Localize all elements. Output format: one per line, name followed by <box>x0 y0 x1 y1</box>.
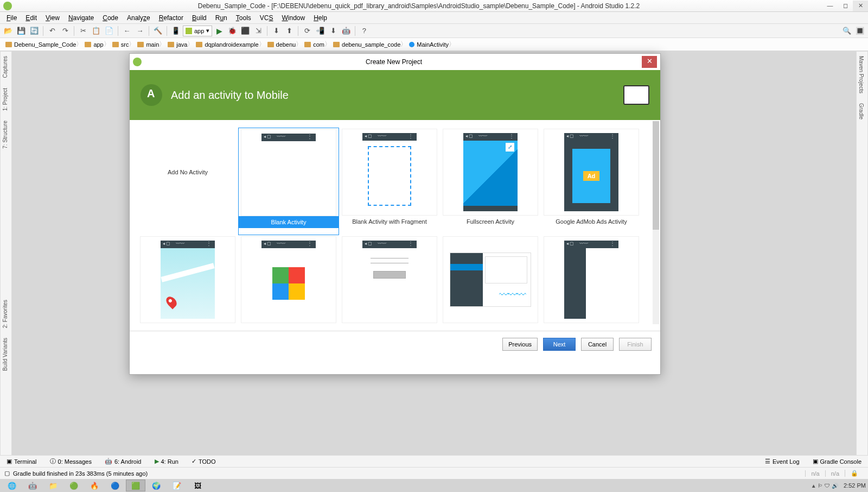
ide-settings-icon[interactable]: 🔳 <box>854 25 866 37</box>
taskbar-pictures-icon[interactable]: 🖼 <box>188 480 207 491</box>
avd-icon[interactable]: 📱 <box>170 25 182 37</box>
menu-code[interactable]: Code <box>98 13 123 23</box>
search-icon[interactable]: 🔍 <box>841 25 853 37</box>
run-icon[interactable]: ▶ <box>213 25 225 37</box>
tab-project[interactable]: 1: Project <box>1 84 10 115</box>
dialog-title: Create New Project <box>146 58 642 66</box>
taskbar-clock[interactable]: 2:52 PM <box>844 482 866 489</box>
copy-icon[interactable]: 📋 <box>90 25 102 37</box>
menu-navigate[interactable]: Navigate <box>64 13 98 23</box>
menu-help[interactable]: Help <box>309 13 331 23</box>
redo-icon[interactable]: ↷ <box>59 25 71 37</box>
menu-view[interactable]: View <box>41 13 64 23</box>
activity-card-maps[interactable]: ⋮ <box>137 235 238 331</box>
activity-card-master-detail[interactable]: 〰〰〰 <box>440 235 541 331</box>
status-icon[interactable]: ▢ <box>4 470 10 477</box>
undo-icon[interactable]: ↶ <box>46 25 58 37</box>
crumb-pkg1[interactable]: dqplandroidexample <box>193 39 264 50</box>
tab-structure[interactable]: 7: Structure <box>1 116 10 153</box>
debug-icon[interactable]: 🐞 <box>226 25 238 37</box>
taskbar-explorer-icon[interactable]: 📁 <box>43 480 63 491</box>
taskbar-app-icon[interactable]: 🔵 <box>105 480 125 491</box>
crumb-java[interactable]: java <box>164 39 193 50</box>
run-config-dropdown[interactable]: app ▾ <box>183 26 212 36</box>
crumb-main[interactable]: main <box>134 39 164 50</box>
crumb-pkg4[interactable]: debenu_sample_code <box>330 39 406 50</box>
activity-card-nav-drawer[interactable]: ⋮ <box>541 235 642 331</box>
sync-gradle-icon[interactable]: ⟳ <box>301 25 313 37</box>
taskbar-flame-icon[interactable]: 🔥 <box>85 480 104 491</box>
activity-label: Blank Activity <box>239 216 339 228</box>
crumb-src[interactable]: src <box>109 39 135 50</box>
phone-preview: ⋮ <box>261 134 316 212</box>
paste-icon[interactable]: 📄 <box>103 25 115 37</box>
ddms-icon[interactable]: 🤖 <box>340 25 352 37</box>
activity-card-blank[interactable]: ⋮ Blank Activity <box>238 128 339 235</box>
bottom-tool-tabs: ▣ Terminal ⓘ 0: Messages 🤖 6: Android ▶ … <box>0 455 868 467</box>
tab-android[interactable]: 🤖 6: Android <box>101 458 145 465</box>
vcs-icon[interactable]: ⬇ <box>270 25 282 37</box>
next-button[interactable]: Next <box>543 338 576 351</box>
tab-captures[interactable]: Captures <box>1 52 10 83</box>
forward-icon[interactable]: → <box>134 25 146 37</box>
tab-todo[interactable]: ✓ TODO <box>188 458 219 465</box>
crumb-pkg2[interactable]: debenu <box>264 39 302 50</box>
maximize-button[interactable]: ◻ <box>838 1 853 11</box>
tab-run[interactable]: ▶ 4: Run <box>151 458 182 465</box>
taskbar-android-icon[interactable]: 🤖 <box>23 480 42 491</box>
tab-event-log[interactable]: ☰ Event Log <box>762 458 803 465</box>
crumb-pkg3[interactable]: com <box>301 39 330 50</box>
sync-icon[interactable]: 🔄 <box>28 25 40 37</box>
vcs-up-icon[interactable]: ⬆ <box>283 25 295 37</box>
taskbar-chrome-icon[interactable]: 🟢 <box>64 480 84 491</box>
activity-card-fragment[interactable]: ⋮ Blank Activity with Fragment <box>339 128 440 235</box>
minimize-button[interactable]: — <box>822 1 838 11</box>
cut-icon[interactable]: ✂ <box>77 25 89 37</box>
menu-vcs[interactable]: VCS <box>256 13 278 23</box>
taskbar-ie-icon[interactable]: 🌐 <box>2 480 22 491</box>
crumb-project[interactable]: Debenu_Sample_Code <box>2 39 81 50</box>
menu-build[interactable]: Build <box>188 13 211 23</box>
sdk-manager-icon[interactable]: ⬇ <box>327 25 339 37</box>
menu-window[interactable]: Window <box>277 13 309 23</box>
make-icon[interactable]: 🔨 <box>152 25 164 37</box>
avd-manager-icon[interactable]: 📲 <box>314 25 326 37</box>
taskbar-notes-icon[interactable]: 📝 <box>167 480 187 491</box>
activity-card-play-services[interactable]: ⋮ <box>238 235 339 331</box>
open-icon[interactable]: 📂 <box>2 25 14 37</box>
previous-button[interactable]: Previous <box>502 338 538 351</box>
menu-analyze[interactable]: Analyze <box>123 13 155 23</box>
help-icon[interactable]: ? <box>358 25 370 37</box>
tab-maven[interactable]: Maven Projects <box>857 52 866 98</box>
menu-file[interactable]: File <box>2 13 21 23</box>
crumb-app[interactable]: app <box>81 39 108 50</box>
close-window-button[interactable]: ✕ <box>853 1 868 11</box>
activity-card-login[interactable]: ⋮ <box>339 235 440 331</box>
menu-refactor[interactable]: Refactor <box>155 13 188 23</box>
taskbar-globe-icon[interactable]: 🌍 <box>146 480 166 491</box>
tab-terminal[interactable]: ▣ Terminal <box>3 458 40 465</box>
menu-tools[interactable]: Tools <box>232 13 256 23</box>
dialog-close-button[interactable]: ✕ <box>642 56 657 68</box>
system-tray[interactable]: ▲ 🏳 🛡 🔊 <box>811 483 838 489</box>
activity-card-fullscreen[interactable]: ⋮⤢ Fullscreen Activity <box>440 128 541 235</box>
activity-card-none[interactable]: Add No Activity <box>137 128 238 235</box>
class-icon <box>409 42 414 47</box>
back-icon[interactable]: ← <box>121 25 133 37</box>
activity-card-admob[interactable]: ⋮Ad Google AdMob Ads Activity <box>541 128 642 235</box>
tab-favorites[interactable]: 2: Favorites <box>1 295 10 332</box>
tab-gradle-console[interactable]: ▣ Gradle Console <box>809 458 865 465</box>
tab-messages[interactable]: ⓘ 0: Messages <box>47 457 95 465</box>
crumb-class[interactable]: MainActivity <box>406 39 454 50</box>
tab-gradle[interactable]: Gradle <box>857 99 866 124</box>
tab-build-variants[interactable]: Build Variants <box>1 333 10 375</box>
menu-edit[interactable]: Edit <box>21 13 41 23</box>
save-icon[interactable]: 💾 <box>15 25 27 37</box>
cancel-button[interactable]: Cancel <box>581 338 614 351</box>
taskbar-androidstudio-icon[interactable]: 🟩 <box>126 480 145 491</box>
attach-icon[interactable]: ⇲ <box>252 25 264 37</box>
stop-icon[interactable]: ⬛ <box>239 25 251 37</box>
dialog-scrollbar[interactable] <box>653 121 659 324</box>
menu-run[interactable]: Run <box>211 13 232 23</box>
status-lock-icon[interactable]: 🔒 <box>845 470 864 477</box>
